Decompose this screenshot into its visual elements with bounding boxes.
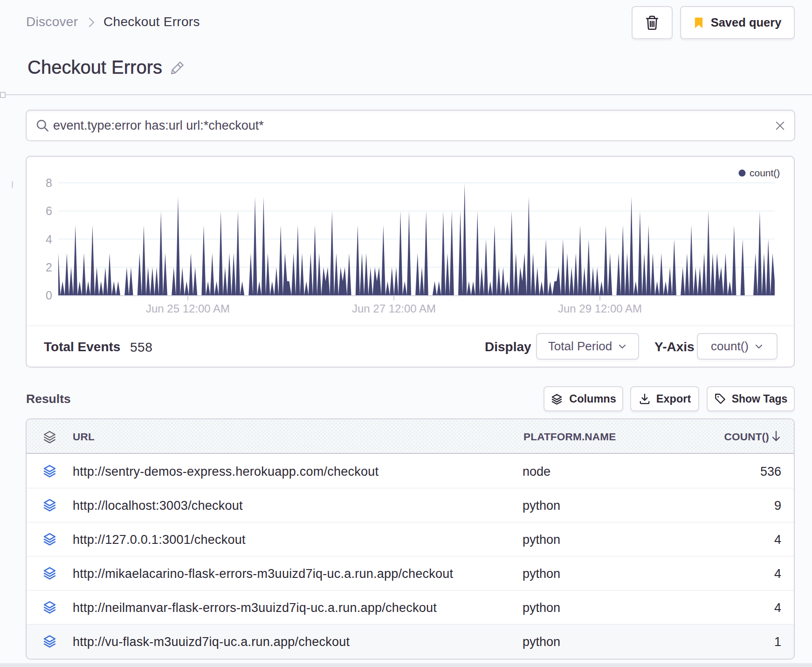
svg-text:count(): count()	[750, 167, 780, 178]
svg-text:Jun 25 12:00 AM: Jun 25 12:00 AM	[146, 302, 230, 315]
svg-text:0: 0	[46, 289, 52, 302]
svg-text:2: 2	[46, 261, 52, 274]
svg-text:8: 8	[46, 176, 52, 189]
svg-text:Jun 29 12:00 AM: Jun 29 12:00 AM	[558, 302, 642, 315]
svg-text:4: 4	[46, 233, 52, 246]
svg-text:6: 6	[46, 204, 52, 217]
svg-text:Jun 27 12:00 AM: Jun 27 12:00 AM	[352, 302, 436, 315]
